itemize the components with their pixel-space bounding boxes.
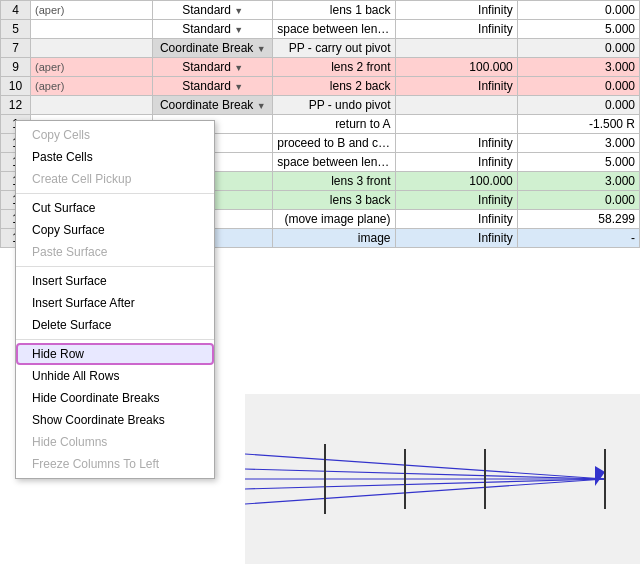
svg-line-1 <box>245 469 605 479</box>
diagram-area <box>245 394 640 564</box>
row-radius: Infinity <box>395 134 517 153</box>
row-comment: image <box>273 229 395 248</box>
menu-item-hide-row[interactable]: Hide Row <box>16 343 214 365</box>
row-radius: Infinity <box>395 1 517 20</box>
surf-type[interactable]: Coordinate Break ▼ <box>153 96 273 115</box>
menu-item-paste-surface: Paste Surface <box>16 241 214 263</box>
row-comment: (move image plane) <box>273 210 395 229</box>
table-row: 9(aper)Standard ▼lens 2 front100.0003.00… <box>1 58 640 77</box>
menu-item-unhide-all-rows[interactable]: Unhide All Rows <box>16 365 214 387</box>
surf-type[interactable]: Coordinate Break ▼ <box>153 39 273 58</box>
menu-item-hide-coordinate-breaks[interactable]: Hide Coordinate Breaks <box>16 387 214 409</box>
menu-item-cut-surface[interactable]: Cut Surface <box>16 197 214 219</box>
optical-diagram <box>245 394 640 564</box>
menu-divider <box>16 193 214 194</box>
menu-item-freeze-columns: Freeze Columns To Left <box>16 453 214 475</box>
menu-item-copy-cells: Copy Cells <box>16 124 214 146</box>
row-thickness: 0.000 <box>517 191 639 210</box>
row-comment: proceed to B and continue <box>273 134 395 153</box>
svg-line-0 <box>245 454 605 479</box>
svg-line-4 <box>245 479 605 504</box>
row-thickness: 5.000 <box>517 20 639 39</box>
row-radius: 100.000 <box>395 172 517 191</box>
row-thickness: -1.500 R <box>517 115 639 134</box>
row-thickness: 3.000 <box>517 58 639 77</box>
row-type <box>31 96 153 115</box>
svg-line-3 <box>245 479 605 489</box>
row-radius: Infinity <box>395 20 517 39</box>
row-thickness: - <box>517 229 639 248</box>
row-comment: space between lenses <box>273 20 395 39</box>
row-radius: Infinity <box>395 229 517 248</box>
menu-divider <box>16 266 214 267</box>
row-radius: Infinity <box>395 153 517 172</box>
row-comment: lens 2 back <box>273 77 395 96</box>
row-thickness: 0.000 <box>517 1 639 20</box>
menu-item-paste-cells[interactable]: Paste Cells <box>16 146 214 168</box>
row-comment: PP - undo pivot <box>273 96 395 115</box>
row-radius: Infinity <box>395 77 517 96</box>
menu-item-hide-columns: Hide Columns <box>16 431 214 453</box>
menu-divider <box>16 339 214 340</box>
context-menu: Copy CellsPaste CellsCreate Cell PickupC… <box>15 120 215 479</box>
row-number: 10 <box>1 77 31 96</box>
menu-item-create-cell-pickup: Create Cell Pickup <box>16 168 214 190</box>
row-thickness: 58.299 <box>517 210 639 229</box>
row-radius <box>395 115 517 134</box>
row-number: 12 <box>1 96 31 115</box>
row-number: 4 <box>1 1 31 20</box>
menu-item-insert-surface[interactable]: Insert Surface <box>16 270 214 292</box>
surf-type[interactable]: Standard ▼ <box>153 58 273 77</box>
row-thickness: 5.000 <box>517 153 639 172</box>
menu-item-insert-surface-after[interactable]: Insert Surface After <box>16 292 214 314</box>
row-radius: 100.000 <box>395 58 517 77</box>
row-comment: PP - carry out pivot <box>273 39 395 58</box>
row-comment: lens 2 front <box>273 58 395 77</box>
row-thickness: 0.000 <box>517 77 639 96</box>
row-number: 7 <box>1 39 31 58</box>
row-comment: lens 3 front <box>273 172 395 191</box>
row-type <box>31 20 153 39</box>
table-row: 4(aper)Standard ▼lens 1 backInfinity0.00… <box>1 1 640 20</box>
surf-type[interactable]: Standard ▼ <box>153 77 273 96</box>
row-thickness: 3.000 <box>517 172 639 191</box>
surf-type[interactable]: Standard ▼ <box>153 1 273 20</box>
row-thickness: 0.000 <box>517 39 639 58</box>
row-number: 5 <box>1 20 31 39</box>
row-radius <box>395 96 517 115</box>
row-comment: return to A <box>273 115 395 134</box>
menu-item-delete-surface[interactable]: Delete Surface <box>16 314 214 336</box>
row-number: 9 <box>1 58 31 77</box>
menu-item-show-coordinate-breaks[interactable]: Show Coordinate Breaks <box>16 409 214 431</box>
row-type: (aper) <box>31 77 153 96</box>
table-row: 10(aper)Standard ▼lens 2 backInfinity0.0… <box>1 77 640 96</box>
table-row: 7Coordinate Break ▼PP - carry out pivot0… <box>1 39 640 58</box>
row-radius: Infinity <box>395 191 517 210</box>
menu-item-copy-surface[interactable]: Copy Surface <box>16 219 214 241</box>
table-row: 12Coordinate Break ▼PP - undo pivot0.000 <box>1 96 640 115</box>
row-comment: space between lenses <box>273 153 395 172</box>
row-thickness: 0.000 <box>517 96 639 115</box>
row-type: (aper) <box>31 1 153 20</box>
row-comment: lens 1 back <box>273 1 395 20</box>
surf-type[interactable]: Standard ▼ <box>153 20 273 39</box>
row-type: (aper) <box>31 58 153 77</box>
svg-marker-8 <box>595 466 605 486</box>
row-radius <box>395 39 517 58</box>
row-thickness: 3.000 <box>517 134 639 153</box>
row-comment: lens 3 back <box>273 191 395 210</box>
table-row: 5Standard ▼space between lensesInfinity5… <box>1 20 640 39</box>
row-type <box>31 39 153 58</box>
row-radius: Infinity <box>395 210 517 229</box>
